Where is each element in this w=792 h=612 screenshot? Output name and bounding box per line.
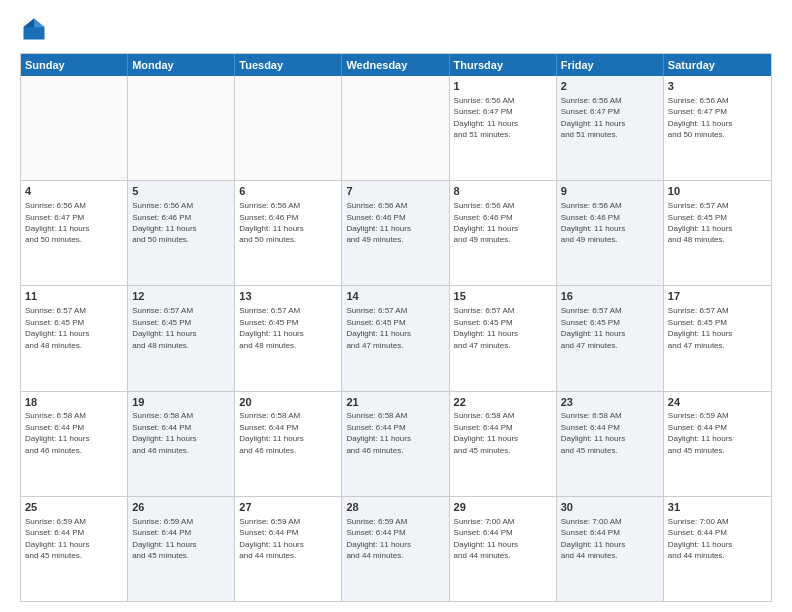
day-info: Sunrise: 6:58 AM Sunset: 6:44 PM Dayligh… — [132, 411, 196, 454]
weekday-header-saturday: Saturday — [664, 54, 771, 76]
day-number: 9 — [561, 184, 659, 199]
day-number: 21 — [346, 395, 444, 410]
day-number: 1 — [454, 79, 552, 94]
empty-cell — [128, 76, 235, 180]
weekday-header-monday: Monday — [128, 54, 235, 76]
day-number: 30 — [561, 500, 659, 515]
day-number: 11 — [25, 289, 123, 304]
day-cell-4: 4Sunrise: 6:56 AM Sunset: 6:47 PM Daylig… — [21, 181, 128, 285]
day-cell-31: 31Sunrise: 7:00 AM Sunset: 6:44 PM Dayli… — [664, 497, 771, 601]
day-info: Sunrise: 6:59 AM Sunset: 6:44 PM Dayligh… — [132, 517, 196, 560]
day-cell-13: 13Sunrise: 6:57 AM Sunset: 6:45 PM Dayli… — [235, 286, 342, 390]
day-info: Sunrise: 7:00 AM Sunset: 6:44 PM Dayligh… — [561, 517, 625, 560]
weekday-header-sunday: Sunday — [21, 54, 128, 76]
day-cell-3: 3Sunrise: 6:56 AM Sunset: 6:47 PM Daylig… — [664, 76, 771, 180]
day-number: 26 — [132, 500, 230, 515]
day-number: 5 — [132, 184, 230, 199]
day-number: 22 — [454, 395, 552, 410]
day-info: Sunrise: 6:56 AM Sunset: 6:47 PM Dayligh… — [454, 96, 518, 139]
day-cell-17: 17Sunrise: 6:57 AM Sunset: 6:45 PM Dayli… — [664, 286, 771, 390]
empty-cell — [21, 76, 128, 180]
day-number: 18 — [25, 395, 123, 410]
day-info: Sunrise: 6:57 AM Sunset: 6:45 PM Dayligh… — [454, 306, 518, 349]
day-cell-2: 2Sunrise: 6:56 AM Sunset: 6:47 PM Daylig… — [557, 76, 664, 180]
day-info: Sunrise: 6:58 AM Sunset: 6:44 PM Dayligh… — [454, 411, 518, 454]
day-cell-23: 23Sunrise: 6:58 AM Sunset: 6:44 PM Dayli… — [557, 392, 664, 496]
day-number: 19 — [132, 395, 230, 410]
calendar-header: SundayMondayTuesdayWednesdayThursdayFrid… — [21, 54, 771, 76]
svg-marker-2 — [24, 19, 35, 28]
day-number: 23 — [561, 395, 659, 410]
calendar-row-3: 18Sunrise: 6:58 AM Sunset: 6:44 PM Dayli… — [21, 392, 771, 497]
calendar-row-0: 1Sunrise: 6:56 AM Sunset: 6:47 PM Daylig… — [21, 76, 771, 181]
day-info: Sunrise: 6:58 AM Sunset: 6:44 PM Dayligh… — [25, 411, 89, 454]
day-cell-19: 19Sunrise: 6:58 AM Sunset: 6:44 PM Dayli… — [128, 392, 235, 496]
page: SundayMondayTuesdayWednesdayThursdayFrid… — [0, 0, 792, 612]
weekday-header-thursday: Thursday — [450, 54, 557, 76]
day-info: Sunrise: 6:57 AM Sunset: 6:45 PM Dayligh… — [346, 306, 410, 349]
day-cell-5: 5Sunrise: 6:56 AM Sunset: 6:46 PM Daylig… — [128, 181, 235, 285]
calendar-body: 1Sunrise: 6:56 AM Sunset: 6:47 PM Daylig… — [21, 76, 771, 601]
day-cell-21: 21Sunrise: 6:58 AM Sunset: 6:44 PM Dayli… — [342, 392, 449, 496]
day-info: Sunrise: 6:57 AM Sunset: 6:45 PM Dayligh… — [25, 306, 89, 349]
calendar: SundayMondayTuesdayWednesdayThursdayFrid… — [20, 53, 772, 602]
empty-cell — [342, 76, 449, 180]
day-info: Sunrise: 6:56 AM Sunset: 6:47 PM Dayligh… — [668, 96, 732, 139]
day-info: Sunrise: 6:57 AM Sunset: 6:45 PM Dayligh… — [668, 306, 732, 349]
day-cell-15: 15Sunrise: 6:57 AM Sunset: 6:45 PM Dayli… — [450, 286, 557, 390]
day-cell-30: 30Sunrise: 7:00 AM Sunset: 6:44 PM Dayli… — [557, 497, 664, 601]
day-info: Sunrise: 6:57 AM Sunset: 6:45 PM Dayligh… — [132, 306, 196, 349]
logo-icon — [20, 15, 48, 43]
day-cell-7: 7Sunrise: 6:56 AM Sunset: 6:46 PM Daylig… — [342, 181, 449, 285]
day-number: 20 — [239, 395, 337, 410]
weekday-header-friday: Friday — [557, 54, 664, 76]
calendar-row-1: 4Sunrise: 6:56 AM Sunset: 6:47 PM Daylig… — [21, 181, 771, 286]
day-number: 17 — [668, 289, 767, 304]
day-info: Sunrise: 6:58 AM Sunset: 6:44 PM Dayligh… — [561, 411, 625, 454]
weekday-header-wednesday: Wednesday — [342, 54, 449, 76]
day-cell-12: 12Sunrise: 6:57 AM Sunset: 6:45 PM Dayli… — [128, 286, 235, 390]
day-cell-11: 11Sunrise: 6:57 AM Sunset: 6:45 PM Dayli… — [21, 286, 128, 390]
day-cell-27: 27Sunrise: 6:59 AM Sunset: 6:44 PM Dayli… — [235, 497, 342, 601]
day-cell-25: 25Sunrise: 6:59 AM Sunset: 6:44 PM Dayli… — [21, 497, 128, 601]
day-cell-29: 29Sunrise: 7:00 AM Sunset: 6:44 PM Dayli… — [450, 497, 557, 601]
day-cell-26: 26Sunrise: 6:59 AM Sunset: 6:44 PM Dayli… — [128, 497, 235, 601]
day-number: 29 — [454, 500, 552, 515]
day-number: 25 — [25, 500, 123, 515]
day-number: 15 — [454, 289, 552, 304]
day-info: Sunrise: 7:00 AM Sunset: 6:44 PM Dayligh… — [668, 517, 732, 560]
day-number: 3 — [668, 79, 767, 94]
day-cell-1: 1Sunrise: 6:56 AM Sunset: 6:47 PM Daylig… — [450, 76, 557, 180]
logo — [20, 15, 52, 43]
day-cell-8: 8Sunrise: 6:56 AM Sunset: 6:46 PM Daylig… — [450, 181, 557, 285]
day-number: 7 — [346, 184, 444, 199]
day-info: Sunrise: 6:59 AM Sunset: 6:44 PM Dayligh… — [239, 517, 303, 560]
day-number: 14 — [346, 289, 444, 304]
day-cell-20: 20Sunrise: 6:58 AM Sunset: 6:44 PM Dayli… — [235, 392, 342, 496]
day-cell-14: 14Sunrise: 6:57 AM Sunset: 6:45 PM Dayli… — [342, 286, 449, 390]
day-info: Sunrise: 6:59 AM Sunset: 6:44 PM Dayligh… — [668, 411, 732, 454]
day-info: Sunrise: 6:57 AM Sunset: 6:45 PM Dayligh… — [239, 306, 303, 349]
day-info: Sunrise: 6:58 AM Sunset: 6:44 PM Dayligh… — [239, 411, 303, 454]
day-info: Sunrise: 6:56 AM Sunset: 6:47 PM Dayligh… — [25, 201, 89, 244]
day-info: Sunrise: 6:57 AM Sunset: 6:45 PM Dayligh… — [561, 306, 625, 349]
day-number: 2 — [561, 79, 659, 94]
svg-marker-1 — [34, 19, 45, 28]
calendar-row-2: 11Sunrise: 6:57 AM Sunset: 6:45 PM Dayli… — [21, 286, 771, 391]
day-info: Sunrise: 6:56 AM Sunset: 6:46 PM Dayligh… — [561, 201, 625, 244]
empty-cell — [235, 76, 342, 180]
day-info: Sunrise: 6:56 AM Sunset: 6:46 PM Dayligh… — [454, 201, 518, 244]
day-number: 28 — [346, 500, 444, 515]
weekday-header-tuesday: Tuesday — [235, 54, 342, 76]
day-info: Sunrise: 7:00 AM Sunset: 6:44 PM Dayligh… — [454, 517, 518, 560]
day-cell-10: 10Sunrise: 6:57 AM Sunset: 6:45 PM Dayli… — [664, 181, 771, 285]
day-number: 27 — [239, 500, 337, 515]
day-number: 24 — [668, 395, 767, 410]
day-number: 12 — [132, 289, 230, 304]
day-cell-24: 24Sunrise: 6:59 AM Sunset: 6:44 PM Dayli… — [664, 392, 771, 496]
day-info: Sunrise: 6:56 AM Sunset: 6:46 PM Dayligh… — [346, 201, 410, 244]
day-number: 8 — [454, 184, 552, 199]
day-info: Sunrise: 6:57 AM Sunset: 6:45 PM Dayligh… — [668, 201, 732, 244]
day-info: Sunrise: 6:56 AM Sunset: 6:47 PM Dayligh… — [561, 96, 625, 139]
day-number: 10 — [668, 184, 767, 199]
